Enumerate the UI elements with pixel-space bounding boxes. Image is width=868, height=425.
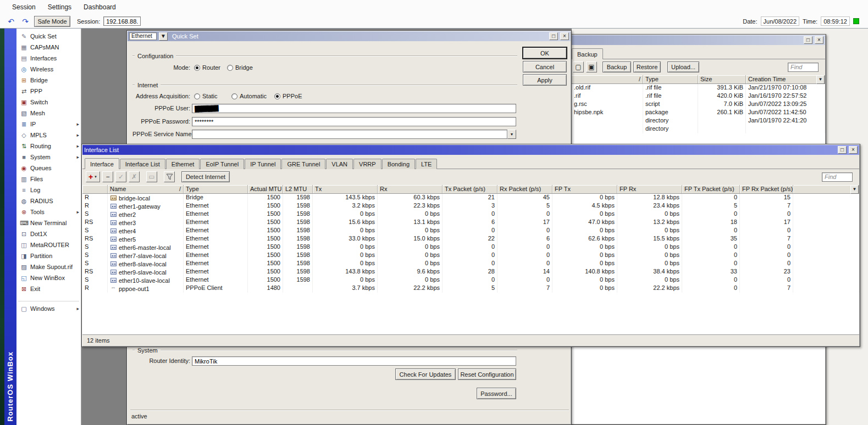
- chevron-down-icon[interactable]: ▼: [159, 32, 168, 41]
- tab-interface-list[interactable]: Interface List: [120, 159, 165, 169]
- sidebar-item-quick-set[interactable]: ✎ Quick Set: [16, 31, 81, 42]
- column-header-size[interactable]: Size: [698, 75, 746, 83]
- sidebar-item-mesh[interactable]: ▧ Mesh: [16, 108, 81, 119]
- column-header-type[interactable]: Type: [643, 75, 698, 83]
- sidebar-item-log[interactable]: ≡ Log: [16, 184, 81, 195]
- quick-set-titlebar[interactable]: Ethernet ▼ Quick Set □ ×: [128, 31, 571, 41]
- column-header-flags[interactable]: [82, 185, 108, 193]
- column-header-tx-packet[interactable]: Tx Packet (p/s): [443, 185, 497, 193]
- file-row-script[interactable]: g.rsc script 7.0 KiB Jun/07/2022 13:09:2…: [545, 100, 825, 109]
- sidebar-item-partition[interactable]: ◨ Partition: [16, 250, 81, 261]
- tab-lte[interactable]: LTE: [416, 159, 437, 169]
- column-header-fp-rx-packet[interactable]: FP Rx Packet (p/s): [740, 185, 793, 193]
- upload-button[interactable]: Upload...: [667, 61, 699, 72]
- sidebar-item-new-terminal[interactable]: ⌨ New Terminal: [16, 217, 81, 228]
- interface-row-ether7-slave-local[interactable]: S ether7-slave-local Ethernet 1500 1598 …: [82, 251, 859, 260]
- interface-row-ether8-slave-local[interactable]: S ether8-slave-local Ethernet 1500 1598 …: [82, 260, 859, 268]
- ok-button[interactable]: OK: [523, 47, 567, 59]
- mode-router-radio[interactable]: [194, 65, 200, 71]
- sidebar-item-dot1x[interactable]: ⊡ Dot1X: [16, 228, 81, 239]
- pppoe-user-input[interactable]: ███████: [192, 104, 516, 113]
- column-chooser-icon[interactable]: ▼: [850, 185, 859, 194]
- interface-row-ether4[interactable]: S ether4 Ethernet 1500 1598 0 bps 0 bps …: [82, 227, 859, 235]
- comment-button[interactable]: ▭: [146, 171, 157, 182]
- file-find-input[interactable]: [788, 63, 819, 72]
- interface-row-pppoe-out1[interactable]: R pppoe-out1 PPPoE Client 1480 3.7 kbps …: [82, 284, 859, 293]
- tab-vlan[interactable]: VLAN: [326, 159, 353, 169]
- interface-row-ether1-gateway[interactable]: R ether1-gateway Ethernet 1500 1598 3.2 …: [82, 202, 859, 210]
- service-dropdown-icon[interactable]: ▼: [507, 130, 516, 139]
- quickset-mode-select[interactable]: Ethernet: [129, 32, 157, 40]
- acq-pppoe-label[interactable]: PPPoE: [283, 93, 302, 99]
- column-header-rx-packet[interactable]: Rx Packet (p/s): [497, 185, 552, 193]
- close-icon[interactable]: ×: [849, 146, 858, 154]
- restore-icon[interactable]: □: [549, 32, 558, 40]
- sidebar-item-bridge[interactable]: ⊞ Bridge: [16, 75, 81, 86]
- sidebar-item-ppp[interactable]: ⇄ PPP: [16, 86, 81, 97]
- sidebar-item-mpls[interactable]: ◇ MPLS: [16, 130, 81, 141]
- disable-button[interactable]: ✗: [129, 171, 140, 182]
- acq-static-label[interactable]: Static: [202, 93, 218, 99]
- file-row-directory[interactable]: directory Jan/10/1970 22:41:20: [545, 117, 825, 125]
- detect-internet-button[interactable]: Detect Internet: [181, 171, 230, 182]
- add-button[interactable]: +▼: [86, 171, 100, 182]
- tab-ip-tunnel[interactable]: IP Tunnel: [245, 159, 281, 169]
- column-chooser-icon[interactable]: ▼: [816, 75, 825, 84]
- interface-row-ether3[interactable]: RS ether3 Ethernet 1500 1598 15.6 kbps 1…: [82, 219, 859, 227]
- column-header-l2-mtu[interactable]: L2 MTU: [283, 185, 313, 193]
- sidebar-item-make-supout-rif[interactable]: ▨ Make Supout.rif: [16, 261, 81, 272]
- menu-settings[interactable]: Settings: [42, 1, 77, 13]
- sidebar-item-metarouter[interactable]: ◫ MetaROUTER: [16, 239, 81, 250]
- interface-row-ether2[interactable]: S ether2 Ethernet 1500 1598 0 bps 0 bps …: [82, 210, 859, 219]
- tab-bonding[interactable]: Bonding: [382, 159, 415, 169]
- sidebar-item-files[interactable]: ▥ Files: [16, 174, 81, 184]
- close-icon[interactable]: ×: [560, 32, 569, 40]
- sidebar-item-system[interactable]: ■ System: [16, 152, 81, 163]
- interface-row-ether5[interactable]: RS ether5 Ethernet 1500 1598 33.0 kbps 1…: [82, 235, 859, 243]
- interface-row-bridge-local[interactable]: R bridge-local Bridge 1500 1598 143.5 kb…: [82, 194, 859, 202]
- apply-button[interactable]: Apply: [523, 74, 567, 86]
- enable-button[interactable]: ✓: [115, 171, 126, 182]
- column-header-actual-mtu[interactable]: Actual MTU: [248, 185, 283, 193]
- tab-vrrp[interactable]: VRRP: [353, 159, 382, 169]
- acq-automatic-radio[interactable]: [231, 93, 237, 99]
- column-header-creation-time[interactable]: Creation Time: [746, 75, 825, 83]
- check-for-updates-button[interactable]: Check For Updates: [395, 368, 456, 380]
- sidebar-item-radius[interactable]: ◍ RADIUS: [16, 195, 81, 206]
- reset-configuration-button[interactable]: Reset Configuration: [458, 368, 516, 380]
- sidebar-item-routing[interactable]: ⇅ Routing: [16, 141, 81, 152]
- tab-gre-tunnel[interactable]: GRE Tunnel: [281, 159, 325, 169]
- mode-bridge-radio[interactable]: [227, 65, 233, 71]
- menu-dashboard[interactable]: Dashboard: [78, 1, 121, 13]
- column-header-type[interactable]: Type: [184, 185, 248, 193]
- tab-eoip-tunnel[interactable]: EoIP Tunnel: [200, 159, 244, 169]
- interface-row-ether6-master-local[interactable]: S ether6-master-local Ethernet 1500 1598…: [82, 243, 859, 251]
- file-list-titlebar[interactable]: □ ×: [545, 35, 825, 45]
- file-row-directory[interactable]: directory: [545, 125, 825, 133]
- remove-button[interactable]: −: [102, 171, 113, 182]
- tab-ethernet[interactable]: Ethernet: [166, 159, 200, 169]
- restore-button[interactable]: Restore: [633, 61, 661, 72]
- sidebar-item-ip[interactable]: ≣ IP: [16, 119, 81, 130]
- session-input[interactable]: [103, 16, 141, 26]
- paste-icon[interactable]: ▣: [586, 61, 597, 72]
- column-header-fp-rx[interactable]: FP Rx: [617, 185, 682, 193]
- file-row-rif-file[interactable]: .old.rif .rif file 391.3 KiB Jan/21/1970…: [545, 84, 825, 92]
- column-header-name[interactable]: Name/: [108, 185, 184, 193]
- redo-icon[interactable]: ↷: [20, 16, 31, 26]
- file-row-rif-file[interactable]: .rif .rif file 420.0 KiB Jan/16/1970 22:…: [545, 92, 825, 100]
- file-row-package[interactable]: hipsbe.npk package 260.1 KiB Jun/07/2022…: [545, 109, 825, 117]
- mode-router-label[interactable]: Router: [202, 64, 220, 71]
- restore-icon[interactable]: □: [838, 146, 847, 154]
- interface-row-ether9-slave-local[interactable]: RS ether9-slave-local Ethernet 1500 1598…: [82, 268, 859, 276]
- password-button[interactable]: Password...: [477, 388, 516, 399]
- sidebar-item-interfaces[interactable]: ▤ Interfaces: [16, 53, 81, 64]
- restore-icon[interactable]: □: [804, 36, 812, 44]
- router-identity-input[interactable]: [192, 356, 516, 366]
- column-header-fp-tx-packet[interactable]: FP Tx Packet (p/s): [682, 185, 740, 193]
- sidebar-item-tools[interactable]: ⊗ Tools: [16, 206, 81, 217]
- pppoe-password-input[interactable]: [192, 117, 516, 126]
- sidebar-item-switch[interactable]: ▣ Switch: [16, 97, 81, 108]
- sidebar-item-new-winbox[interactable]: ◱ New WinBox: [16, 272, 81, 283]
- sidebar-item-windows[interactable]: ▢ Windows: [16, 303, 81, 314]
